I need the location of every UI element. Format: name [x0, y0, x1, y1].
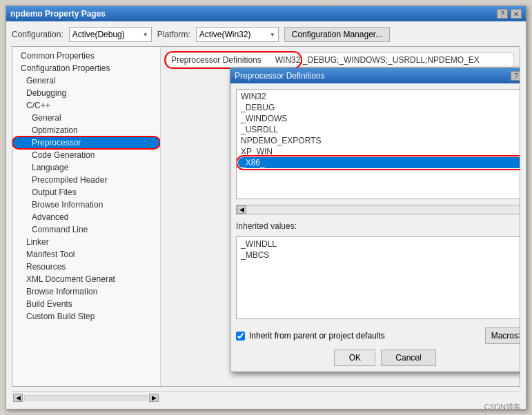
dialog-title: Preprocessor Definitions: [235, 71, 325, 81]
inherit-label: Inherit from parent or project defaults: [249, 331, 385, 341]
watermark: CSDN博客: [484, 402, 521, 412]
sidebar-item-general[interactable]: General: [12, 74, 160, 87]
top-bar: Configuration: Active(Debug) Platform: A…: [12, 27, 520, 42]
list-item-debug[interactable]: _DEBUG: [238, 102, 520, 113]
sidebar-item-common-properties[interactable]: Common Properties: [12, 50, 160, 62]
sidebar-item-configuration-properties[interactable]: Configuration Properties: [12, 62, 160, 74]
close-window-btn[interactable]: ✕: [511, 9, 522, 19]
list-item-win32[interactable]: WIN32: [238, 91, 520, 102]
scroll-sidebar-left[interactable]: ◀: [13, 394, 23, 402]
bottom-scrollbar: ◀ ▶: [12, 391, 520, 403]
sidebar-item-output-files[interactable]: Output Files: [12, 186, 160, 199]
dialog-buttons: OK Cancel: [236, 350, 520, 366]
sidebar-item-browse-information[interactable]: Browse Information: [12, 199, 160, 211]
dialog-bottom: Inherit from parent or project defaults …: [236, 327, 520, 344]
sidebar-item-advanced[interactable]: Advanced: [12, 211, 160, 223]
inherit-checkbox-row: Inherit from parent or project defaults: [236, 331, 385, 341]
sidebar-item-code-generation[interactable]: Code Generation: [12, 149, 160, 161]
window-content: Configuration: Active(Debug) Platform: A…: [6, 21, 526, 409]
title-bar: npdemo Property Pages ? ✕: [6, 6, 526, 21]
inherited-item-mbcs[interactable]: _MBCS: [238, 250, 520, 261]
main-area: Common Properties Configuration Properti…: [12, 46, 520, 387]
h-scrollbar[interactable]: ◀ ▶: [236, 205, 520, 214]
sidebar-item-precompiled-header[interactable]: Precompiled Header: [12, 174, 160, 186]
sidebar-item-linker[interactable]: Linker: [12, 236, 160, 248]
config-dropdown[interactable]: Active(Debug): [69, 27, 152, 42]
scroll-sidebar-right[interactable]: ▶: [149, 394, 159, 402]
dialog-help-btn[interactable]: ?: [511, 71, 520, 81]
sidebar-item-general2[interactable]: General: [12, 112, 160, 124]
sidebar-item-custom-build-step[interactable]: Custom Build Step: [12, 310, 160, 323]
sidebar-item-manifest-tool[interactable]: Manifest Tool: [12, 248, 160, 261]
preprocessor-bar: Preprocessor Definitions WIN32;_DEBUG;_W…: [166, 52, 514, 68]
inherited-label: Inherited values:: [236, 221, 520, 231]
help-window-btn[interactable]: ?: [497, 9, 508, 19]
sidebar-item-optimization[interactable]: Optimization: [12, 124, 160, 136]
sidebar-item-command-line[interactable]: Command Line: [12, 223, 160, 236]
sidebar-h-track: [24, 395, 148, 401]
list-item-windows[interactable]: _WINDOWS: [238, 113, 520, 124]
sidebar-item-language[interactable]: Language: [12, 161, 160, 174]
sidebar-item-debugging[interactable]: Debugging: [12, 87, 160, 99]
prop-label: Preprocessor Definitions: [171, 55, 262, 65]
prop-value: WIN32;_DEBUG;_WINDOWS;_USRDLL;NPDEMO_EX: [275, 55, 509, 65]
config-dropdown-value: Active(Debug): [72, 30, 125, 39]
list-item-npdemo-exports[interactable]: NPDEMO_EXPORTS: [238, 135, 520, 146]
preprocessor-definitions-dialog: Preprocessor Definitions ? ✕ WIN32 _DEBU…: [230, 68, 520, 372]
macros-button[interactable]: Macros>>: [485, 327, 520, 344]
list-item-usrdll[interactable]: _USRDLL: [238, 124, 520, 135]
sidebar-item-build-events[interactable]: Build Events: [12, 298, 160, 310]
platform-label: Platform:: [157, 30, 190, 39]
window-title: npdemo Property Pages: [10, 9, 106, 19]
sidebar-item-browse-information2[interactable]: Browse Information: [12, 285, 160, 298]
list-item-x86[interactable]: _X86_: [238, 157, 520, 168]
sidebar-item-cpp[interactable]: C/C++: [12, 99, 160, 112]
inherit-checkbox[interactable]: [236, 332, 245, 341]
ok-button[interactable]: OK: [334, 350, 375, 366]
cancel-button[interactable]: Cancel: [381, 350, 435, 366]
scroll-left-btn[interactable]: ◀: [237, 205, 246, 214]
inherited-item-windll[interactable]: _WINDLL: [238, 239, 520, 250]
platform-dropdown-value: Active(Win32): [199, 30, 251, 39]
sidebar-item-xml-document[interactable]: XML Document Generat: [12, 273, 160, 285]
sidebar-item-preprocessor[interactable]: Preprocessor: [12, 136, 160, 149]
config-manager-button[interactable]: Configuration Manager...: [284, 27, 390, 42]
dialog-title-bar: Preprocessor Definitions ? ✕: [230, 68, 520, 83]
inherited-list[interactable]: _WINDLL _MBCS: [236, 236, 520, 319]
list-item-xp-win[interactable]: XP_WIN: [238, 146, 520, 157]
platform-dropdown[interactable]: Active(Win32): [196, 27, 279, 42]
window-controls: ? ✕: [497, 9, 522, 19]
main-window: npdemo Property Pages ? ✕ Configuration:…: [6, 6, 526, 409]
sidebar: Common Properties Configuration Properti…: [12, 47, 161, 386]
sidebar-item-resources[interactable]: Resources: [12, 261, 160, 273]
dialog-content: WIN32 _DEBUG _WINDOWS _USRDLL NPDEMO_EXP…: [230, 83, 520, 372]
definitions-list[interactable]: WIN32 _DEBUG _WINDOWS _USRDLL NPDEMO_EXP…: [236, 89, 520, 199]
content-area: Preprocessor Definitions WIN32;_DEBUG;_W…: [161, 47, 520, 386]
config-label: Configuration:: [12, 30, 63, 39]
